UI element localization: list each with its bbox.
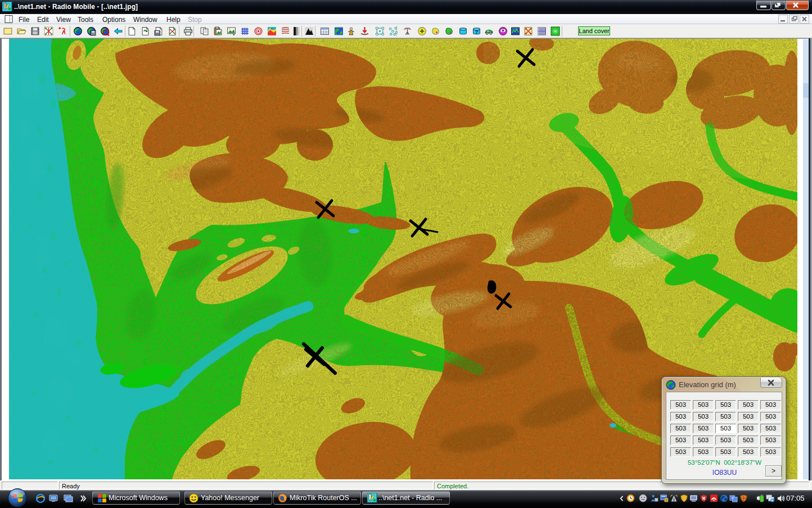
svg-text:?: ? bbox=[475, 29, 478, 35]
